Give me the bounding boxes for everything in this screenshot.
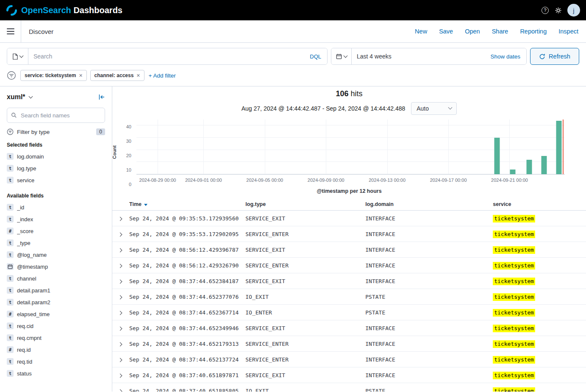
- search-group: DQL: [7, 48, 328, 65]
- field-item-req-cmpnt[interactable]: treq.cmpnt: [7, 332, 105, 344]
- calendar-menu-button[interactable]: [331, 48, 352, 64]
- expand-row-icon[interactable]: [118, 374, 122, 378]
- column-header-time[interactable]: Time: [126, 198, 242, 211]
- remove-filter-icon[interactable]: ×: [136, 72, 140, 78]
- interval-select[interactable]: Auto: [411, 102, 457, 115]
- field-item-channel[interactable]: tchannel: [7, 272, 105, 284]
- field-item-req-tid[interactable]: treq.tid: [7, 356, 105, 367]
- column-header-log-domain[interactable]: log.domain: [362, 198, 489, 211]
- cell-log-type: SERVICE_EXIT: [242, 320, 362, 336]
- cell-log-domain: PSTATE: [362, 305, 489, 320]
- histogram-bar[interactable]: [542, 156, 547, 174]
- settings-icon[interactable]: [554, 6, 562, 14]
- cell-time: Sep 24, 2024 @ 08:56:12.429326790: [126, 258, 242, 273]
- table-row: Sep 24, 2024 @ 08:56:12.429396787SERVICE…: [112, 242, 586, 258]
- column-header-service[interactable]: service: [489, 198, 586, 211]
- table-row: Sep 24, 2024 @ 08:37:44.652349946SERVICE…: [112, 320, 586, 336]
- field-name: service: [17, 177, 34, 183]
- field-item-req-id[interactable]: #req.id: [7, 344, 105, 356]
- table-row: Sep 24, 2024 @ 08:37:40.651897871SERVICE…: [112, 367, 586, 383]
- expand-row-icon[interactable]: [118, 311, 122, 315]
- expand-row-icon[interactable]: [118, 295, 122, 300]
- cell-service: ticketsystem: [489, 289, 586, 305]
- cell-time: Sep 24, 2024 @ 08:37:44.652137724: [126, 352, 242, 367]
- highlighted-value: ticketsystem: [493, 246, 535, 254]
- cell-log-type: SERVICE_EXIT: [242, 273, 362, 289]
- nav-link-share[interactable]: Share: [492, 28, 508, 35]
- expand-row-icon[interactable]: [118, 358, 122, 362]
- field-item--timestamp[interactable]: @timestamp: [7, 261, 105, 272]
- filter-pill-label: service: ticketsystem: [25, 72, 76, 78]
- field-item--type[interactable]: t_type: [7, 237, 105, 249]
- column-header-expand: [112, 198, 126, 211]
- cell-log-domain: PSTATE: [362, 383, 489, 392]
- nav-link-inspect[interactable]: Inspect: [558, 28, 578, 35]
- field-item-detail-param1[interactable]: tdetail.param1: [7, 284, 105, 296]
- date-range-value[interactable]: Last 4 weeks: [352, 48, 484, 64]
- filter-bar: service: ticketsystem×channel: access× +…: [0, 69, 586, 86]
- field-item--log-name[interactable]: t@log_name: [7, 249, 105, 261]
- field-item-req-cid[interactable]: treq.cid: [7, 320, 105, 332]
- saved-query-menu-button[interactable]: [7, 48, 28, 64]
- expand-row-icon[interactable]: [118, 217, 122, 221]
- histogram-bar[interactable]: [494, 138, 500, 174]
- histogram-bar[interactable]: [527, 160, 532, 174]
- remove-filter-icon[interactable]: ×: [79, 72, 82, 78]
- search-input[interactable]: [28, 48, 304, 64]
- nav-links: NewSaveOpenShareReportingInspect: [415, 28, 578, 35]
- hamburger-menu-icon[interactable]: [0, 20, 21, 42]
- nav-link-save[interactable]: Save: [439, 28, 453, 35]
- expand-row-icon[interactable]: [118, 342, 122, 347]
- x-tick-label: 2024-09-09 00:00: [308, 178, 344, 183]
- expand-row-icon[interactable]: [118, 264, 122, 268]
- user-avatar[interactable]: j: [567, 4, 580, 17]
- field-item-log-domain[interactable]: tlog.domain: [7, 150, 105, 162]
- filter-menu-icon[interactable]: [7, 71, 16, 80]
- field-search-input[interactable]: [7, 108, 105, 123]
- x-axis-title: @timestamp per 12 hours: [112, 188, 586, 194]
- expand-row-icon[interactable]: [118, 280, 122, 284]
- nav-link-reporting[interactable]: Reporting: [520, 28, 547, 35]
- index-pattern-selector[interactable]: xuml*: [7, 93, 32, 101]
- opensearch-logo[interactable]: OpenSearch Dashboards: [6, 5, 122, 16]
- column-header-log-type[interactable]: log.type: [242, 198, 362, 211]
- filter-pill[interactable]: channel: access×: [90, 70, 144, 81]
- nav-link-open[interactable]: Open: [465, 28, 480, 35]
- expand-row-icon[interactable]: [118, 327, 122, 331]
- field-item-detail-param2[interactable]: tdetail.param2: [7, 296, 105, 308]
- field-item--score[interactable]: #_score: [7, 225, 105, 237]
- field-item-log-type[interactable]: tlog.type: [7, 162, 105, 174]
- y-tick-label: 20: [126, 153, 131, 158]
- collapse-sidebar-icon[interactable]: [98, 94, 105, 100]
- field-item-elapsed-time[interactable]: #elapsed_time: [7, 308, 105, 320]
- nav-link-new[interactable]: New: [415, 28, 427, 35]
- opensearch-logo-icon: [6, 5, 17, 16]
- table-row: Sep 24, 2024 @ 08:37:44.652137724SERVICE…: [112, 352, 586, 367]
- filter-pill[interactable]: service: ticketsystem×: [20, 70, 87, 81]
- highlighted-value: ticketsystem: [493, 278, 535, 285]
- cell-log-type: SERVICE_EXIT: [242, 367, 362, 383]
- cell-service: ticketsystem: [489, 383, 586, 392]
- histogram-bar[interactable]: [510, 170, 515, 174]
- add-filter-button[interactable]: + Add filter: [149, 72, 176, 79]
- expand-row-icon[interactable]: [118, 248, 122, 253]
- query-language-button[interactable]: DQL: [304, 48, 327, 64]
- field-item--index[interactable]: t_index: [7, 213, 105, 225]
- expand-row-icon[interactable]: [118, 389, 122, 392]
- breadcrumb-bar: Discover NewSaveOpenShareReportingInspec…: [0, 20, 586, 43]
- highlighted-value: ticketsystem: [493, 387, 535, 392]
- field-item-status[interactable]: tstatus: [7, 367, 105, 379]
- field-item--id[interactable]: t_id: [7, 201, 105, 213]
- help-icon[interactable]: ?: [542, 7, 549, 14]
- histogram-bar[interactable]: [556, 121, 561, 174]
- filter-by-type-button[interactable]: Filter by type 0: [7, 128, 105, 135]
- field-item-service[interactable]: tservice: [7, 174, 105, 186]
- highlighted-value: ticketsystem: [493, 372, 535, 379]
- string-field-icon: t: [7, 177, 14, 183]
- filter-count-badge: 0: [96, 128, 105, 135]
- show-dates-link[interactable]: Show dates: [484, 48, 526, 64]
- expand-row-icon[interactable]: [118, 233, 122, 237]
- cell-log-type: IO_ENTER: [242, 305, 362, 320]
- refresh-button[interactable]: Refresh: [530, 48, 579, 65]
- highlighted-value: ticketsystem: [493, 356, 535, 364]
